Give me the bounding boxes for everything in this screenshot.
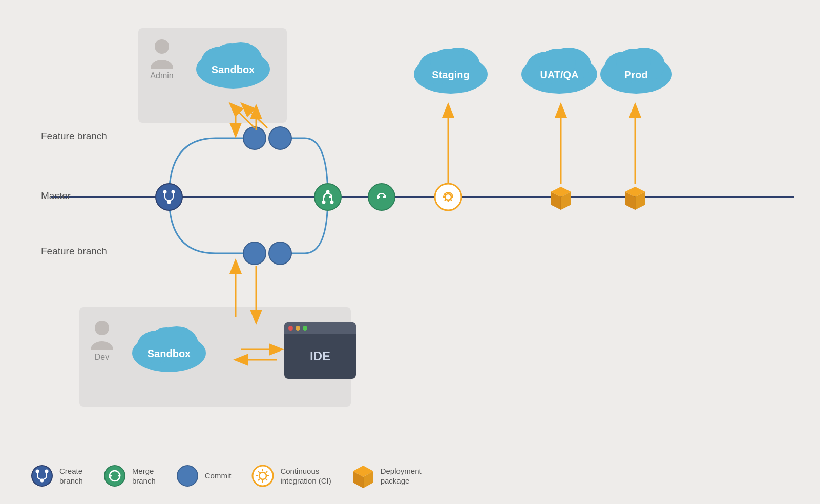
- svg-point-5: [156, 184, 182, 210]
- ide-label: IDE: [284, 334, 356, 379]
- commit-icon: [176, 465, 199, 487]
- ci-icon: [251, 465, 274, 487]
- svg-point-7: [172, 190, 175, 194]
- deploy-text: Deploymentpackage: [381, 466, 422, 486]
- svg-point-6: [163, 190, 167, 194]
- legend-deploy: Deploymentpackage: [352, 463, 422, 489]
- deploy-icon: [352, 463, 374, 489]
- create-branch-text: Createbranch: [59, 466, 83, 486]
- merge-branch-text: Mergebranch: [132, 466, 156, 486]
- svg-point-20: [243, 242, 266, 265]
- svg-point-34: [435, 184, 461, 210]
- uatqa-cloud: UAT/QA: [517, 38, 602, 97]
- svg-point-88: [253, 466, 273, 486]
- ci-text: Continuousintegration (CI): [280, 466, 331, 486]
- master-label: Master: [41, 190, 71, 202]
- feature-branch-top-label: Feature branch: [41, 130, 107, 142]
- svg-point-12: [322, 201, 326, 204]
- merge-branch-icon: [103, 465, 126, 487]
- sandbox-admin-cloud: Sandbox: [192, 33, 274, 92]
- create-branch-icon: [31, 465, 53, 487]
- legend-merge-branch: Mergebranch: [103, 465, 156, 487]
- legend-commit: Commit: [176, 465, 232, 487]
- svg-point-81: [36, 470, 39, 473]
- legend-create-branch: Createbranch: [31, 465, 83, 487]
- svg-point-87: [177, 466, 198, 486]
- svg-text:Sandbox: Sandbox: [212, 64, 255, 75]
- svg-point-17: [368, 184, 395, 210]
- svg-text:UAT/QA: UAT/QA: [540, 69, 578, 80]
- svg-text:Sandbox: Sandbox: [148, 348, 191, 359]
- legend: Createbranch Mergebranch Commit: [31, 463, 422, 489]
- svg-point-80: [32, 466, 52, 486]
- ide-window: IDE: [284, 322, 356, 379]
- svg-point-18: [243, 127, 266, 149]
- staging-cloud: Staging: [410, 38, 492, 97]
- ide-titlebar: [284, 322, 356, 334]
- svg-point-11: [314, 184, 341, 210]
- svg-point-13: [330, 201, 334, 204]
- svg-line-28: [234, 107, 255, 128]
- feature-branch-bottom-label: Feature branch: [41, 246, 107, 257]
- sandbox-dev-cloud: Sandbox: [128, 317, 210, 376]
- commit-text: Commit: [205, 471, 232, 481]
- diagram-container: Admin Dev: [0, 0, 820, 504]
- svg-point-19: [269, 127, 291, 149]
- svg-text:Prod: Prod: [624, 69, 648, 80]
- svg-point-82: [45, 470, 49, 473]
- legend-ci: Continuousintegration (CI): [251, 465, 331, 487]
- prod-cloud: Prod: [597, 38, 676, 97]
- svg-point-86: [104, 466, 125, 486]
- svg-point-21: [269, 242, 291, 265]
- svg-text:Staging: Staging: [432, 69, 469, 80]
